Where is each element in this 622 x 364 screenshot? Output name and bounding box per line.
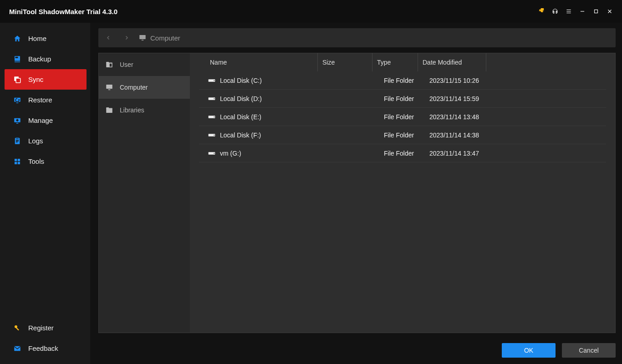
forward-button[interactable]: [120, 31, 133, 44]
row-date: 2023/11/14 15:59: [429, 95, 606, 102]
col-end: [486, 53, 615, 71]
row-date: 2023/11/14 13:47: [429, 150, 606, 157]
button-row: OK Cancel: [98, 339, 616, 358]
tree-item-computer[interactable]: Computer: [99, 76, 190, 99]
tree-item-user[interactable]: User: [99, 53, 190, 76]
breadcrumb-label: Computer: [150, 34, 180, 42]
row-name: Local Disk (E:): [220, 113, 328, 121]
sidebar-item-logs[interactable]: Logs: [5, 131, 87, 151]
tree-panel: User Computer Libraries: [99, 53, 190, 333]
col-date[interactable]: Date Modified: [418, 53, 486, 71]
body: Home Backup Sync: [0, 23, 622, 364]
close-button[interactable]: [603, 5, 617, 18]
table-row[interactable]: Local Disk (D:)File Folder2023/11/14 15:…: [199, 90, 606, 108]
col-type[interactable]: Type: [372, 53, 418, 71]
svg-rect-25: [106, 85, 112, 89]
sidebar-item-tools[interactable]: Tools: [5, 151, 87, 172]
drive-icon: [206, 114, 217, 120]
sidebar-item-manage[interactable]: Manage: [5, 110, 87, 131]
col-name[interactable]: Name: [190, 53, 317, 71]
svg-rect-16: [18, 162, 20, 164]
svg-rect-9: [16, 123, 19, 124]
row-name: Local Disk (F:): [220, 131, 328, 139]
svg-point-34: [214, 116, 214, 117]
tree-item-libraries[interactable]: Libraries: [99, 99, 190, 121]
nav-list: Home Backup Sync: [0, 28, 90, 172]
sync-icon: [13, 75, 22, 84]
table-row[interactable]: Local Disk (E:)File Folder2023/11/14 13:…: [199, 108, 606, 126]
key-icon: [13, 324, 22, 333]
tree-item-label: Libraries: [120, 106, 144, 114]
row-type: File Folder: [384, 113, 429, 121]
backup-icon: [13, 55, 22, 64]
row-type: File Folder: [384, 95, 429, 102]
main: Computer User Computer Libraries: [90, 23, 622, 364]
sidebar-item-restore[interactable]: Restore: [5, 90, 87, 110]
svg-rect-3: [15, 61, 20, 62]
row-date: 2023/11/14 13:48: [429, 113, 606, 121]
svg-rect-28: [106, 107, 109, 109]
license-key-button[interactable]: [535, 5, 548, 18]
logs-icon: [13, 136, 22, 146]
svg-rect-20: [139, 35, 146, 39]
minimize-button[interactable]: [576, 5, 589, 18]
svg-rect-7: [16, 102, 19, 103]
svg-point-32: [214, 98, 214, 99]
drive-icon: [206, 78, 217, 83]
svg-rect-23: [106, 62, 109, 63]
help-button[interactable]: [548, 5, 562, 18]
sidebar-item-label: Home: [28, 35, 46, 42]
drive-icon: [206, 132, 217, 138]
mail-icon: [13, 344, 22, 353]
col-size[interactable]: Size: [317, 53, 372, 71]
svg-rect-12: [16, 137, 19, 138]
row-name: vm (G:): [220, 150, 328, 157]
ok-button[interactable]: OK: [502, 343, 556, 358]
svg-rect-27: [106, 108, 112, 113]
sidebar-item-label: Sync: [28, 76, 43, 83]
svg-rect-26: [108, 90, 111, 91]
cancel-button[interactable]: Cancel: [562, 343, 616, 358]
svg-point-38: [214, 153, 214, 154]
file-panel: Name Size Type Date Modified Local Disk …: [190, 53, 615, 333]
sidebar-item-backup[interactable]: Backup: [5, 49, 87, 69]
row-date: 2023/11/14 14:38: [429, 131, 606, 139]
svg-rect-18: [16, 327, 19, 330]
file-header: Name Size Type Date Modified: [190, 53, 615, 71]
file-list: Local Disk (C:)File Folder2023/11/15 10:…: [190, 71, 615, 333]
svg-rect-2: [15, 56, 18, 58]
svg-rect-14: [18, 159, 20, 161]
sidebar-item-feedback[interactable]: Feedback: [5, 338, 87, 359]
svg-point-17: [15, 325, 17, 328]
explorer: User Computer Libraries Name Size: [98, 53, 616, 333]
sidebar-item-label: Backup: [28, 55, 51, 63]
svg-rect-0: [595, 10, 598, 13]
table-row[interactable]: Local Disk (C:)File Folder2023/11/15 10:…: [199, 71, 606, 90]
titlebar-left: MiniTool ShadowMaker Trial 4.3.0: [5, 8, 117, 15]
app-title: MiniTool ShadowMaker Trial 4.3.0: [9, 8, 117, 15]
sidebar-item-home[interactable]: Home: [5, 28, 87, 49]
svg-point-30: [214, 80, 214, 81]
row-type: File Folder: [384, 77, 429, 84]
sidebar: Home Backup Sync: [0, 23, 90, 364]
breadcrumb-path[interactable]: Computer: [138, 34, 180, 42]
maximize-button[interactable]: [589, 5, 603, 18]
svg-rect-5: [16, 78, 20, 83]
svg-rect-24: [110, 64, 112, 67]
titlebar-right: [535, 5, 617, 18]
home-icon: [13, 34, 22, 43]
row-name: Local Disk (C:): [220, 77, 328, 84]
sidebar-item-label: Restore: [28, 96, 52, 104]
row-name: Local Disk (D:): [220, 95, 328, 102]
table-row[interactable]: vm (G:)File Folder2023/11/14 13:47: [199, 144, 606, 162]
nav-bottom: Register Feedback: [0, 318, 90, 359]
back-button[interactable]: [102, 31, 115, 44]
row-type: File Folder: [384, 131, 429, 139]
restore-icon: [13, 96, 22, 105]
sidebar-item-sync[interactable]: Sync: [5, 69, 87, 90]
sidebar-item-label: Register: [28, 324, 54, 332]
sidebar-item-label: Feedback: [28, 344, 58, 352]
sidebar-item-register[interactable]: Register: [5, 318, 87, 338]
table-row[interactable]: Local Disk (F:)File Folder2023/11/14 14:…: [199, 126, 606, 144]
menu-button[interactable]: [562, 5, 576, 18]
